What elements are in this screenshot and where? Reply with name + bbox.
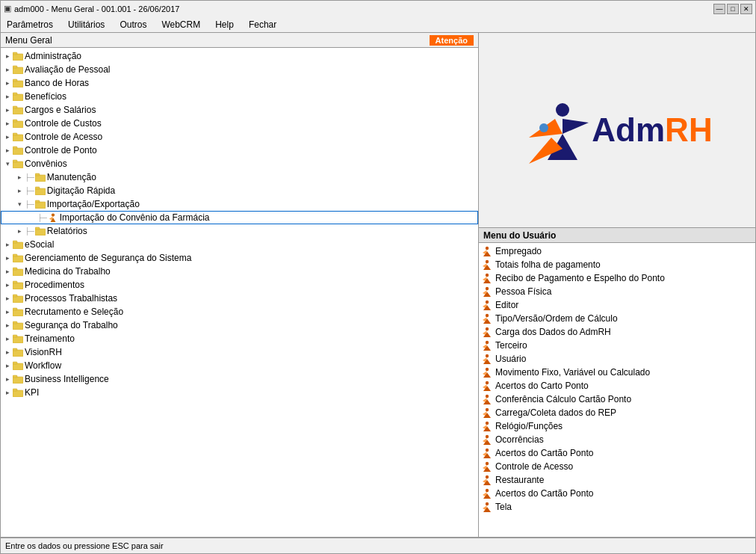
user-menu-item-8[interactable]: Usuário	[479, 352, 755, 366]
expand-icon[interactable]: ▸	[2, 253, 13, 263]
expand-icon[interactable]: ▸	[14, 185, 25, 196]
user-menu-item-14[interactable]: Ocorrências	[479, 433, 755, 446]
tree-item-9[interactable]: ▾ Convênios	[1, 157, 478, 170]
user-menu-item-icon	[482, 259, 492, 270]
expand-icon[interactable]: ▸	[2, 64, 13, 75]
expand-icon[interactable]: ▸	[2, 333, 13, 344]
user-menu-item-12[interactable]: Carrega/Coleta dados do REP	[479, 406, 755, 419]
expand-icon[interactable]: ▸	[2, 387, 13, 398]
user-menu-item-1[interactable]: Totais folha de pagamento	[479, 258, 755, 271]
expand-icon[interactable]: ▸	[14, 226, 25, 236]
tree-item-19[interactable]: ▸ Processos Trabalhistas	[1, 292, 478, 305]
expand-icon[interactable]: ▸	[2, 145, 13, 156]
tree-item-2[interactable]: ▸ Avaliação de Pessoal	[1, 63, 478, 76]
user-menu-item-0[interactable]: Empregado	[479, 244, 755, 258]
user-menu-item-10[interactable]: Acertos do Carto Ponto	[479, 379, 755, 393]
tree-item-22[interactable]: ▸ Treinamento	[1, 332, 478, 345]
expand-icon[interactable]: ▸	[2, 51, 13, 61]
user-menu-item-13[interactable]: Relógio/Funções	[479, 419, 755, 433]
expand-icon[interactable]: ▸	[2, 320, 13, 330]
collapse-icon[interactable]: ▾	[2, 158, 13, 169]
tree-item-23[interactable]: ▸ VisionRH	[1, 345, 478, 359]
expand-icon[interactable]: ▸	[14, 172, 25, 182]
tree-item-13[interactable]: ├─ Importação do Convênio da Farmácia	[1, 211, 478, 224]
tree-container[interactable]: ▸ Administração▸ Avaliação de Pessoal▸ B…	[1, 48, 478, 537]
tree-item-6[interactable]: ▸ Controle de Custos	[1, 117, 478, 130]
expand-icon[interactable]: ▸	[2, 360, 13, 371]
expand-icon[interactable]: ▸	[2, 118, 13, 129]
tree-item-24[interactable]: ▸ Workflow	[1, 359, 478, 372]
svg-rect-4	[13, 81, 23, 87]
tree-item-17[interactable]: ▸ Medicina do Trabalho	[1, 265, 478, 278]
tree-item-8[interactable]: ▸ Controle de Ponto	[1, 144, 478, 157]
user-menu-item-9[interactable]: Movimento Fixo, Variável ou Calculado	[479, 366, 755, 379]
user-menu-item-5[interactable]: Tipo/Versão/Ordem de Cálculo	[479, 312, 755, 325]
expand-icon[interactable]: ▸	[2, 347, 13, 357]
user-menu-item-6[interactable]: Carga dos Dados do AdmRH	[479, 325, 755, 339]
tree-item-1[interactable]: ▸ Administração	[1, 49, 478, 63]
expand-icon[interactable]: ▸	[2, 132, 13, 142]
tree-item-25[interactable]: ▸ Business Intelligence	[1, 372, 478, 386]
menu-parametros[interactable]: Parâmetros	[4, 18, 56, 31]
expand-icon[interactable]: ▸	[2, 105, 13, 115]
minimize-button[interactable]: —	[713, 4, 725, 14]
tree-item-12[interactable]: ▾├─ Importação/Exportação	[1, 197, 478, 211]
folder-icon	[13, 79, 23, 87]
user-menu-item-label: Carrega/Coleta dados do REP	[495, 407, 616, 418]
user-menu-item-2[interactable]: Recibo de Pagamento e Espelho do Ponto	[479, 271, 755, 285]
user-menu-item-11[interactable]: Conferência Cálculo Cartão Ponto	[479, 393, 755, 406]
user-menu-panel: Menu do Usuário Empregado Tota	[479, 227, 755, 537]
tree-item-11[interactable]: ▸├─ Digitação Rápida	[1, 184, 478, 197]
menu-utilitarios[interactable]: Utilitários	[65, 18, 108, 31]
expand-icon[interactable]: ▸	[2, 280, 13, 290]
tree-item-5[interactable]: ▸ Cargos e Salários	[1, 103, 478, 117]
expand-icon[interactable]: ▸	[2, 239, 13, 250]
user-menu-item-18[interactable]: Acertos do Cartão Ponto	[479, 487, 755, 500]
menu-help[interactable]: Help	[212, 18, 237, 31]
tree-item-4[interactable]: ▸ Benefícios	[1, 90, 478, 103]
expand-icon[interactable]: ▸	[2, 91, 13, 102]
expand-icon[interactable]: ▸	[2, 374, 13, 384]
user-menu-item-17[interactable]: Restaurante	[479, 473, 755, 487]
user-menu-item-19[interactable]: Tela	[479, 500, 755, 514]
tree-item-14[interactable]: ▸├─ Relatórios	[1, 224, 478, 238]
user-menu-item-icon	[482, 367, 492, 378]
user-menu-item-15[interactable]: Acertos do Cartão Ponto	[479, 446, 755, 460]
collapse-icon[interactable]: ▾	[14, 199, 25, 209]
close-button[interactable]: ✕	[740, 4, 752, 14]
tree-item-7[interactable]: ▸ Controle de Acesso	[1, 130, 478, 144]
folder-icon	[13, 348, 23, 357]
menu-outros[interactable]: Outros	[117, 18, 149, 31]
menu-webcrm[interactable]: WebCRM	[158, 18, 203, 31]
user-menu-item-4[interactable]: Editor	[479, 298, 755, 312]
logo-area: AdmRH	[479, 33, 755, 227]
user-menu-item-16[interactable]: Controle de Acesso	[479, 460, 755, 473]
user-menu-item-7[interactable]: Terceiro	[479, 339, 755, 352]
expand-icon[interactable]: ▸	[2, 78, 13, 88]
tree-item-label: Administração	[25, 51, 81, 61]
menu-fechar[interactable]: Fechar	[246, 18, 279, 31]
tree-item-3[interactable]: ▸ Banco de Horas	[1, 76, 478, 90]
tree-item-10[interactable]: ▸├─ Manutenção	[1, 170, 478, 184]
folder-icon	[13, 294, 23, 303]
main-content: Menu Geral Atenção ▸ Administração▸ Aval…	[0, 33, 756, 538]
user-menu-list[interactable]: Empregado Totais folha de pagamento Reci…	[479, 243, 755, 537]
tree-item-label: Importação/Exportação	[47, 199, 140, 209]
tree-item-label: eSocial	[25, 239, 54, 250]
status-text: Entre os dados ou pressione ESC para sai…	[5, 541, 164, 550]
tree-item-15[interactable]: ▸ eSocial	[1, 238, 478, 251]
svg-rect-21	[35, 187, 40, 189]
tree-item-16[interactable]: ▸ Gerenciamento de Segurança do Sistema	[1, 251, 478, 265]
expand-icon[interactable]: ▸	[2, 307, 13, 317]
svg-rect-38	[13, 295, 17, 297]
tree-item-26[interactable]: ▸ KPI	[1, 386, 478, 399]
user-menu-item-3[interactable]: Pessoa Física	[479, 285, 755, 298]
tree-item-18[interactable]: ▸ Procedimentos	[1, 278, 478, 292]
tree-item-21[interactable]: ▸ Segurança do Trabalho	[1, 318, 478, 332]
expand-icon[interactable]: ▸	[2, 266, 13, 277]
svg-rect-19	[35, 173, 40, 176]
tree-item-20[interactable]: ▸ Recrutamento e Seleção	[1, 305, 478, 318]
tree-item-label: Avaliação de Pessoal	[25, 64, 111, 75]
expand-icon[interactable]: ▸	[2, 293, 13, 304]
maximize-button[interactable]: □	[727, 4, 739, 14]
